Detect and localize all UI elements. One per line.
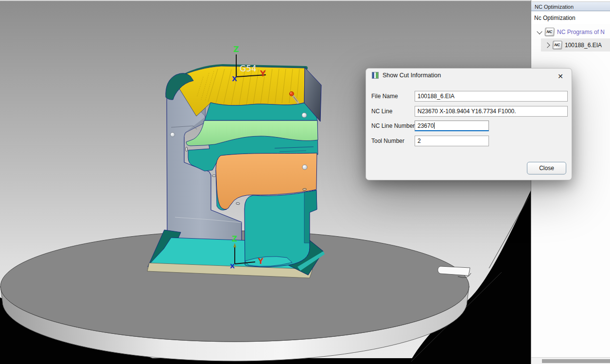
simulation-scene: X Z Y G54 X Z Y — [0, 0, 531, 364]
axis-x-label: X — [232, 75, 237, 83]
application-window: X Z Y G54 X Z Y NC Optimization Nc Optim… — [0, 0, 610, 364]
tool-number-input[interactable]: 2 — [415, 136, 489, 146]
scrollbar-thumb[interactable] — [542, 359, 610, 363]
nc-line-number-input[interactable]: 23670 — [415, 121, 489, 131]
axis-z-label: Z — [232, 235, 237, 243]
close-icon[interactable]: ✕ — [556, 71, 565, 81]
nc-program-icon: NC — [552, 41, 562, 49]
show-cut-information-dialog: Show Cut Information ✕ File Name 100188_… — [366, 68, 572, 180]
wcs-name-label: G54 — [240, 64, 257, 73]
axis-x-label: X — [230, 262, 235, 270]
file-name-input[interactable]: 100188_6.EIA — [415, 91, 568, 102]
nc-line-label: NC Line — [371, 108, 392, 115]
file-name-value: 100188_6.EIA — [418, 93, 454, 100]
axis-y-label: Y — [258, 257, 264, 266]
panel-tab-title: Nc Optimization — [531, 12, 610, 24]
dialog-icon — [372, 72, 379, 79]
nc-program-tree: NC NC Programs of N NC 100188_6.EIA — [531, 25, 610, 52]
tree-item-nc-file[interactable]: NC 100188_6.EIA — [541, 38, 610, 52]
nc-line-value: N23670 X-108.9404 Y16.7734 F1000. — [418, 108, 516, 115]
dialog-title: Show Cut Information — [383, 72, 441, 79]
nc-program-icon: NC — [544, 28, 554, 36]
tree-item-label[interactable]: NC Programs of N — [557, 29, 605, 35]
tool-number-label: Tool Number — [371, 138, 404, 144]
panel-title-bar[interactable]: NC Optimization — [531, 1, 610, 11]
3d-viewport[interactable]: X Z Y G54 X Z Y — [0, 0, 531, 364]
horizontal-scrollbar[interactable] — [531, 357, 610, 364]
tree-item-label[interactable]: 100188_6.EIA — [565, 42, 602, 49]
chevron-down-icon[interactable] — [537, 29, 542, 34]
close-button[interactable]: Close — [527, 162, 566, 174]
tree-item-nc-programs[interactable]: NC NC Programs of N — [531, 25, 610, 38]
machined-part — [147, 66, 325, 278]
nc-line-number-label: NC Line Number — [371, 122, 415, 129]
file-name-label: File Name — [371, 93, 398, 100]
nc-line-number-value: 23670 — [418, 122, 434, 129]
chevron-right-icon[interactable] — [544, 42, 550, 48]
axis-z-label: Z — [233, 45, 239, 54]
text-caret — [434, 122, 435, 129]
dialog-titlebar[interactable]: Show Cut Information — [372, 72, 441, 79]
tool-number-value: 2 — [418, 138, 421, 144]
axis-y-label: Y — [260, 69, 266, 78]
nc-optimization-panel: NC Optimization Nc Optimization NC NC Pr… — [531, 0, 610, 364]
nc-line-input[interactable]: N23670 X-108.9404 Y16.7734 F1000. — [415, 106, 568, 117]
